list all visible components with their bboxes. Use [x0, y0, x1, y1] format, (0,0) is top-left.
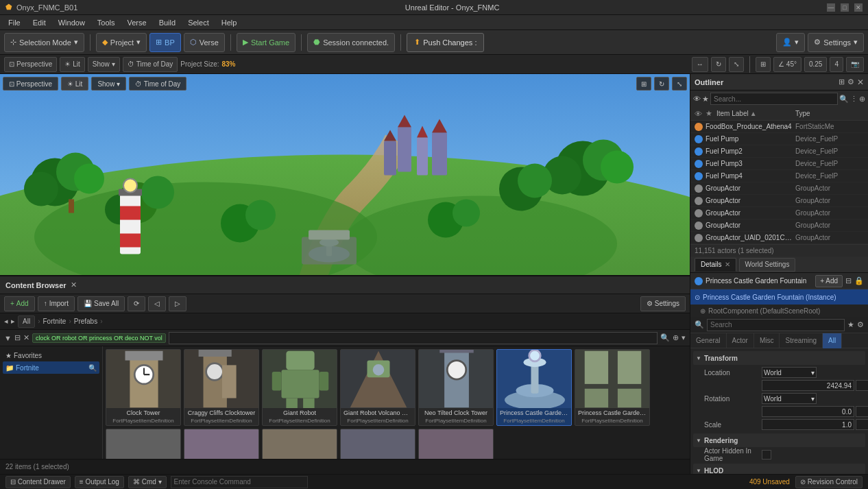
history-back-button[interactable]: ◁ — [148, 296, 166, 311]
import-button[interactable]: ↑ Import — [38, 296, 75, 311]
camera-speed[interactable]: 📷 — [846, 57, 864, 72]
menu-tools[interactable]: Tools — [92, 17, 121, 28]
show-vp-button[interactable]: Show ▾ — [91, 77, 126, 91]
viewport[interactable]: ⊡ Perspective ☀ Lit Show ▾ ⏱ Time of Day… — [0, 74, 690, 290]
path-prefabs-item[interactable]: Prefabs — [74, 318, 97, 325]
output-log-button[interactable]: ≡ Output Log — [75, 476, 124, 488]
minimize-button[interactable]: — — [827, 3, 835, 12]
filter-close-icon[interactable]: ✕ — [23, 333, 29, 342]
lock-icon[interactable]: 🔒 — [854, 276, 864, 285]
path-all-button[interactable]: All — [18, 315, 35, 328]
path-back-icon[interactable]: ◂ — [4, 317, 8, 326]
snap-display[interactable]: 0.25 — [804, 57, 827, 72]
location-dropdown[interactable]: World▾ — [762, 367, 817, 378]
streaming-tab[interactable]: Streaming — [780, 333, 823, 348]
menu-verse[interactable]: Verse — [122, 17, 152, 28]
outliner-row[interactable]: Fuel Pump Device_FuelP — [690, 133, 868, 145]
asset-card[interactable]: Craggy Cliffs Clocktower FortPlaysetItem… — [184, 349, 259, 426]
selected-instance-row[interactable]: ⊙ Princess Castle Garden Fountain (Insta… — [690, 289, 868, 305]
filter-input[interactable] — [169, 332, 658, 344]
vp-rotate-btn[interactable]: ↻ — [654, 77, 669, 91]
users-button[interactable]: 👤 ▾ — [776, 33, 805, 52]
show-button[interactable]: Show ▾ — [88, 57, 120, 72]
outliner-filter-icon[interactable]: ⊞ — [839, 77, 845, 86]
misc-tab[interactable]: Misc — [754, 333, 780, 348]
all-tab[interactable]: All — [823, 333, 842, 348]
save-all-button[interactable]: 💾 Save All — [77, 296, 125, 311]
close-button[interactable]: ✕ — [854, 3, 863, 12]
outliner-row[interactable]: GroupActor GroupActor — [690, 207, 868, 219]
favorites-tree-item[interactable]: ★ Favorites — [3, 349, 99, 361]
menu-file[interactable]: File — [3, 17, 26, 28]
rotation-x-input[interactable] — [762, 406, 854, 417]
grid-button[interactable]: ⊞ — [756, 57, 771, 72]
asset-card[interactable]: Giant Robot FortPlaysetItemDefinition — [262, 349, 337, 426]
add-button[interactable]: + Add — [4, 296, 35, 311]
search-sidebar-icon[interactable]: 🔍 — [88, 364, 97, 372]
add-component-button[interactable]: + Add — [815, 275, 843, 287]
lit-vp-button[interactable]: ☀ Lit — [61, 77, 88, 91]
outliner-settings-icon[interactable]: ⚙ — [847, 77, 854, 86]
asset-card[interactable]: Princess Castle Garden Intersection Fort… — [575, 349, 650, 426]
filter-menu-icon[interactable]: ▾ — [682, 333, 686, 342]
outliner-row[interactable]: Fuel Pump2 Device_FuelP — [690, 145, 868, 158]
rotation-dropdown[interactable]: World▾ — [762, 393, 817, 404]
menu-select[interactable]: Select — [182, 17, 215, 28]
menu-window[interactable]: Window — [53, 17, 91, 28]
actor-tab[interactable]: Actor — [727, 333, 754, 348]
location-x-input[interactable] — [762, 380, 854, 391]
rotate-button[interactable]: ↻ — [711, 57, 726, 72]
item-label-col[interactable]: Item Label — [716, 110, 749, 117]
menu-build[interactable]: Build — [154, 17, 181, 28]
eye-icon[interactable]: 👁 — [693, 95, 701, 103]
outliner-row[interactable]: GroupActor GroupActor — [690, 182, 868, 195]
size-display[interactable]: 4 — [830, 57, 843, 72]
settings-button[interactable]: ⚙ Settings ▾ — [808, 33, 864, 52]
refresh-button[interactable]: ⟳ — [128, 296, 145, 311]
menu-edit[interactable]: Edit — [27, 17, 51, 28]
content-browser-close-button[interactable]: ✕ — [71, 281, 77, 289]
filter-expand-icon[interactable]: ⊕ — [673, 333, 679, 342]
outliner-close-button[interactable]: ✕ — [857, 77, 864, 87]
asset-card[interactable] — [262, 429, 337, 459]
cmd-button[interactable]: ⌘ Cmd ▾ — [128, 476, 167, 488]
asset-card[interactable] — [340, 429, 415, 459]
start-game-button[interactable]: ▶ Start Game — [237, 33, 296, 52]
details-tab-close[interactable]: ✕ — [725, 261, 730, 268]
asset-card[interactable] — [418, 429, 494, 459]
outliner-row[interactable]: GroupActor_UAID_0201C9C GroupActor — [690, 232, 868, 244]
outliner-row[interactable]: Fuel Pump4 Device_FuelP — [690, 170, 868, 182]
revision-control-button[interactable]: ⊘ Revision Control — [795, 476, 863, 488]
asset-card[interactable]: Clock Tower FortPlaysetItemDefinition — [106, 349, 181, 426]
transform-section[interactable]: ▼ Transform — [693, 351, 865, 365]
general-tab[interactable]: General — [690, 333, 727, 348]
asset-card[interactable] — [184, 429, 259, 459]
outliner-row[interactable]: GroupActor GroupActor — [690, 195, 868, 207]
time-vp-button[interactable]: ⏱ Time of Day — [129, 77, 186, 91]
content-drawer-button[interactable]: ⊟ Content Drawer — [5, 476, 71, 488]
selection-mode-button[interactable]: ⊹ Selection Mode ▾ — [4, 33, 84, 52]
actor-hidden-checkbox[interactable] — [762, 450, 771, 460]
angle-display[interactable]: ∠ 45° — [773, 57, 801, 72]
perspective-button[interactable]: ⊡ Perspective — [4, 57, 57, 72]
session-button[interactable]: ⬣ Session connected. — [307, 33, 395, 52]
outliner-menu-icon[interactable]: ⋮ — [850, 95, 858, 104]
vp-grid-btn[interactable]: ⊞ — [636, 77, 651, 91]
project-button[interactable]: ◆ Project ▾ — [96, 33, 147, 52]
asset-card[interactable]: Princess Castle Garden Fountain FortPlay… — [496, 349, 572, 426]
tab-label[interactable]: Onyx_FNMC_B01 — [16, 3, 77, 12]
vp-maximize-btn[interactable]: ⤡ — [672, 77, 687, 91]
maximize-button[interactable]: □ — [841, 3, 849, 12]
rotation-y-input[interactable] — [856, 406, 868, 417]
filter-icon[interactable]: ▼ — [4, 334, 12, 342]
view-options-icon[interactable]: ⊟ — [845, 276, 852, 285]
outliner-row[interactable]: FoodBox_Produce_Athena4 FortStaticMe — [690, 121, 868, 133]
outliner-add-icon[interactable]: ⊕ — [859, 95, 865, 104]
scale-x-input[interactable] — [762, 419, 854, 430]
asset-card[interactable] — [106, 429, 181, 459]
bp-button[interactable]: ⊞ BP — [149, 33, 181, 52]
details-settings-icon[interactable]: ⚙ — [857, 320, 864, 329]
scale-y-input[interactable] — [856, 419, 868, 430]
path-fwd-icon[interactable]: ▸ — [11, 317, 15, 326]
outliner-search-input[interactable] — [710, 93, 838, 105]
